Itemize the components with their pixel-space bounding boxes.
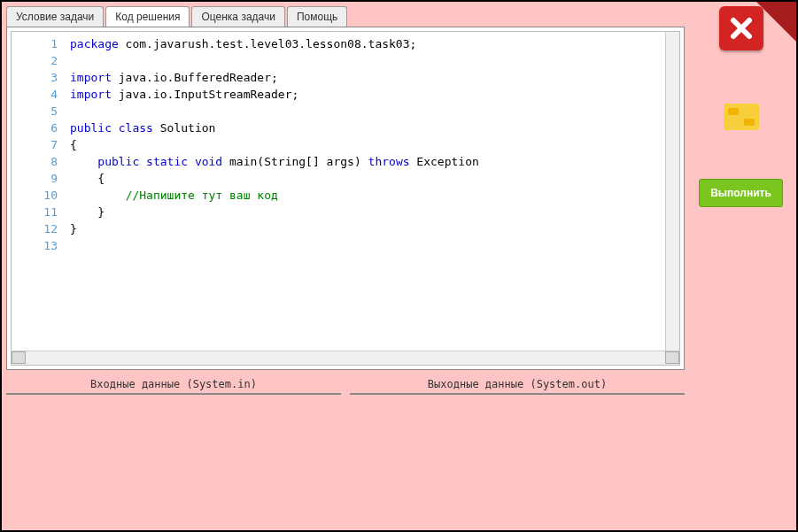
ticket-icon[interactable]	[724, 104, 759, 130]
tab-bar: Условие задачиКод решенияОценка задачиПо…	[6, 6, 685, 27]
code-editor-panel: 12345678910111213 package com.javarush.t…	[6, 27, 685, 370]
line-gutter: 12345678910111213	[12, 32, 65, 351]
run-button[interactable]: Выполнить	[699, 179, 783, 207]
tab-0[interactable]: Условие задачи	[6, 6, 104, 27]
input-box[interactable]	[6, 393, 341, 395]
close-icon	[728, 15, 755, 42]
tab-2[interactable]: Оценка задачи	[191, 6, 284, 27]
tab-3[interactable]: Помощь	[287, 6, 347, 27]
scroll-right-button[interactable]	[665, 351, 679, 364]
horizontal-scrollbar[interactable]	[12, 351, 679, 365]
input-label: Входные данные (System.in)	[6, 375, 341, 393]
output-box	[350, 393, 685, 395]
vertical-scrollbar[interactable]	[665, 32, 679, 351]
code-editor[interactable]: 12345678910111213 package com.javarush.t…	[12, 32, 679, 351]
code-text[interactable]: package com.javarush.test.level03.lesson…	[65, 32, 665, 351]
close-button[interactable]	[719, 6, 763, 50]
output-label: Выходные данные (System.out)	[350, 375, 685, 393]
scroll-left-button[interactable]	[12, 351, 26, 364]
tab-1[interactable]: Код решения	[105, 6, 190, 27]
